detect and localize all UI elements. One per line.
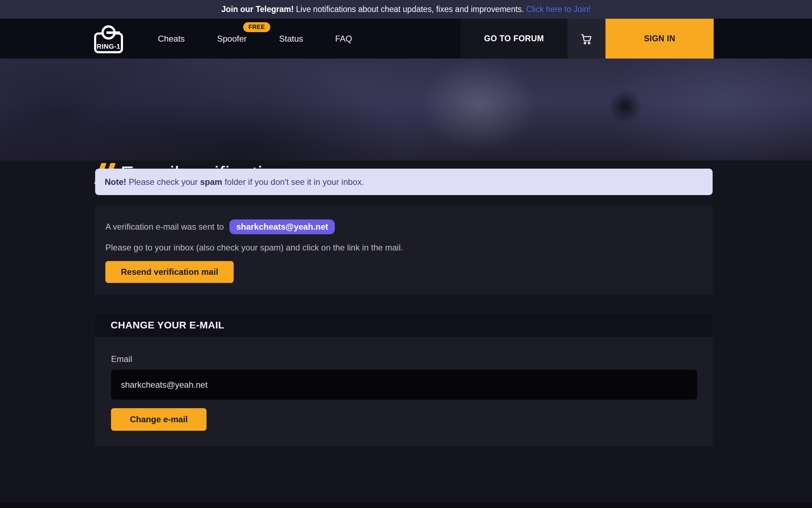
banner-text: Live notifications about cheat updates, …: [294, 5, 526, 14]
change-email-button[interactable]: Change e-mail: [111, 408, 207, 431]
note-text-1: Please check your: [126, 177, 200, 187]
free-badge: FREE: [243, 22, 270, 32]
nav-item-cheats[interactable]: Cheats: [158, 19, 185, 59]
note-bold: Note!: [105, 177, 126, 187]
footer-strip: [0, 503, 812, 508]
logo-text: RING-1: [97, 43, 120, 50]
telegram-banner: Join our Telegram! Live notifications ab…: [0, 0, 812, 19]
sent-row: A verification e-mail was sent to sharkc…: [105, 219, 335, 234]
navbar: RING-1 Cheats Spoofer FREE Status FAQ GO…: [0, 19, 812, 59]
cart-icon: [580, 32, 593, 45]
sign-in-button[interactable]: SIGN IN: [605, 19, 714, 59]
hero-section: E-mail verification: [0, 59, 812, 161]
note-spam-bold: spam: [200, 177, 222, 187]
ring1-logo[interactable]: RING-1: [94, 24, 126, 54]
email-input[interactable]: [111, 370, 697, 400]
telegram-join-link[interactable]: Click here to Join!: [526, 5, 591, 14]
nav-item-spoofer[interactable]: Spoofer: [217, 19, 247, 59]
nav-item-status[interactable]: Status: [279, 19, 303, 59]
go-to-forum-button[interactable]: GO TO FORUM: [461, 19, 567, 59]
change-email-card: Email Change e-mail: [95, 337, 713, 446]
resend-verification-button[interactable]: Resend verification mail: [105, 261, 234, 283]
email-badge: sharkcheats@yeah.net: [229, 219, 335, 234]
logo-g-bar: [106, 31, 120, 34]
verification-card: A verification e-mail was sent to sharkc…: [95, 205, 713, 295]
note-text-2: folder if you don't see it in your inbox…: [222, 177, 364, 187]
note-alert: Note! Please check your spam folder if y…: [95, 169, 713, 195]
nav-item-faq[interactable]: FAQ: [335, 19, 352, 59]
email-label: Email: [111, 354, 132, 364]
sent-text: A verification e-mail was sent to: [105, 222, 224, 232]
cart-button[interactable]: [567, 19, 605, 59]
banner-bold-text: Join our Telegram!: [221, 5, 294, 14]
change-email-heading: CHANGE YOUR E-MAIL: [95, 314, 713, 337]
inbox-instruction: Please go to your inbox (also check your…: [105, 243, 403, 253]
